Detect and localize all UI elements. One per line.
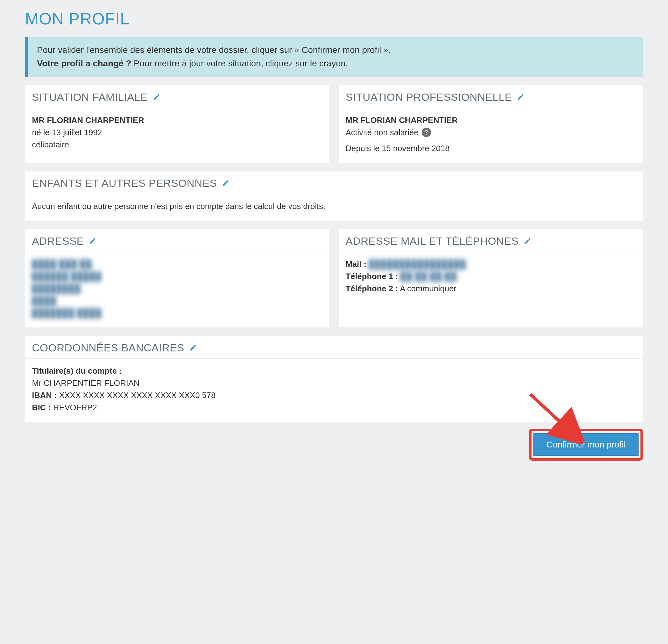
bic-label: BIC : (32, 403, 51, 412)
card-family: SITUATION FAMILIALE MR FLORIAN CHARPENTI… (25, 86, 329, 163)
pencil-icon[interactable] (221, 179, 230, 187)
address-line: ████████ (32, 282, 322, 295)
children-title: ENFANTS ET AUTRES PERSONNES (32, 177, 217, 189)
contact-title: ADRESSE MAIL ET TÉLÉPHONES (346, 235, 519, 247)
children-text: Aucun enfant ou autre personne n'est pri… (32, 201, 325, 211)
family-name: MR FLORIAN CHARPENTIER (32, 114, 322, 126)
tel1-label: Téléphone 1 : (346, 272, 398, 281)
help-icon[interactable]: ? (422, 128, 431, 137)
mail-label: Mail : (346, 259, 366, 269)
card-address: ADRESSE ████ ███ ██ ██████ █████ ███████… (25, 229, 329, 327)
card-professional: SITUATION PROFESSIONNELLE MR FLORIAN CHA… (339, 86, 643, 163)
family-birth: né le 13 juillet 1992 (32, 126, 322, 139)
page-title: MON PROFIL (25, 10, 643, 28)
mail-value: ████████████████ (369, 258, 466, 270)
info-banner: Pour valider l'ensemble des éléments de … (25, 37, 643, 77)
professional-title: SITUATION PROFESSIONNELLE (346, 91, 512, 103)
family-title: SITUATION FAMILIALE (32, 91, 148, 103)
confirm-highlight: Confirmer mon profil (529, 429, 643, 461)
bank-holder-value: Mr CHARPENTIER FLORIAN (32, 378, 140, 388)
pencil-icon[interactable] (516, 93, 525, 102)
pencil-icon[interactable] (88, 236, 97, 245)
professional-name: MR FLORIAN CHARPENTIER (346, 114, 636, 126)
address-line: ██████ █████ (32, 270, 322, 282)
confirm-profile-button[interactable]: Confirmer mon profil (533, 433, 639, 456)
card-children: ENFANTS ET AUTRES PERSONNES Aucun enfant… (25, 171, 643, 220)
banner-line2-tail: Pour mettre à jour votre situation, cliq… (131, 59, 348, 68)
banner-line1: Pour valider l'ensemble des éléments de … (37, 45, 391, 55)
bic-value: REVOFRP2 (53, 403, 97, 412)
family-status: célibataire (32, 139, 322, 151)
bank-title: COORDONNÉES BANCAIRES (32, 342, 184, 354)
banner-bold: Votre profil a changé ? (37, 59, 131, 68)
pencil-icon[interactable] (152, 93, 161, 102)
address-line: ████ ███ ██ (32, 258, 322, 270)
tel2-value: A communiquer (400, 284, 456, 293)
card-bank: COORDONNÉES BANCAIRES Titulaire(s) du co… (25, 336, 643, 422)
iban-label: IBAN : (32, 390, 57, 400)
professional-since: Depuis le 15 novembre 2018 (346, 142, 636, 155)
address-line: ███████ ████ (32, 307, 322, 319)
address-title: ADRESSE (32, 235, 84, 247)
iban-value: XXXX XXXX XXXX XXXX XXXX XXX0 578 (59, 390, 216, 400)
pencil-icon[interactable] (189, 343, 198, 352)
card-contact: ADRESSE MAIL ET TÉLÉPHONES Mail : ██████… (339, 229, 643, 327)
pencil-icon[interactable] (523, 236, 532, 245)
bank-holder-label: Titulaire(s) du compte : (32, 366, 122, 375)
tel1-value: ██ ██ ██ ██ (400, 270, 457, 282)
tel2-label: Téléphone 2 : (346, 284, 398, 293)
address-line: ████ (32, 295, 322, 307)
professional-activity: Activité non salariée (346, 126, 419, 139)
